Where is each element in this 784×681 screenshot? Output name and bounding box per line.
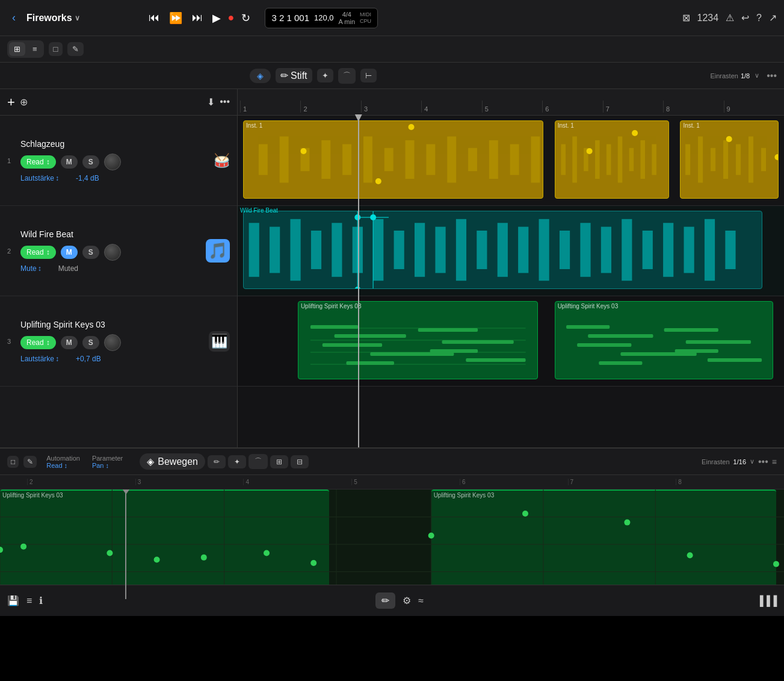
track-read-btn-1[interactable]: Read ↕ (20, 155, 56, 169)
fast-forward-button[interactable]: ⏩ (167, 9, 185, 27)
automation-label: Automation (46, 455, 80, 462)
automation-param-label: Parameter (92, 455, 123, 462)
top-bar: ‹ Fireworks ∨ ⏮ ⏩ ⏭ ▶ ● ↻ 3 2 1 001 120,… (0, 0, 784, 36)
automation-curve-tool-btn[interactable]: ⌒ (248, 454, 268, 469)
stift-tool-btn[interactable]: ✏ Stift (276, 68, 312, 83)
automation-toolbar: □ ✎ Automation Read ↕ Parameter Pan ↕ ◈ … (0, 449, 784, 475)
back-button[interactable]: ‹ (7, 9, 20, 26)
brush-tool-btn[interactable]: ✦ (317, 69, 333, 82)
track-mute-btn-1[interactable]: M (61, 155, 78, 169)
help-icon[interactable]: ? (756, 13, 762, 23)
automation-pencil-tool-btn[interactable]: ✏ (208, 455, 226, 468)
settings-icon[interactable]: ⊠ (682, 12, 690, 23)
time-sig-value: 4/4 (342, 11, 351, 18)
automation-window-btn[interactable]: □ (7, 456, 19, 468)
svg-rect-77 (418, 328, 478, 332)
pencil-btn[interactable]: ✎ (67, 42, 84, 56)
list-view-btn[interactable]: ≡ (28, 42, 42, 56)
automation-brush-tool-btn[interactable]: ✦ (228, 455, 246, 468)
download-track-icon[interactable]: ⬇ (207, 96, 215, 108)
automation-clip-1: Uplifting Spirit Keys 03 (0, 490, 329, 599)
track-number-3: 3 (7, 338, 16, 345)
clip-keys-2[interactable]: Uplifting Spirit Keys 03 (555, 301, 773, 379)
automation-pan-value[interactable]: Pan ↕ (92, 462, 123, 469)
svg-rect-78 (442, 340, 513, 344)
svg-rect-88 (674, 349, 718, 353)
track-list-btn[interactable]: ≡ (26, 595, 32, 606)
clip-label-keys-2: Uplifting Spirit Keys 03 (555, 302, 773, 311)
tracks-panel: + ⊕ ⬇ ••• 1 Schlagzeug Read ↕ M (0, 89, 238, 447)
track-volume-knob-3[interactable] (104, 334, 121, 351)
track-volume-knob-2[interactable] (104, 244, 121, 261)
automation-pencil-btn[interactable]: ✎ (23, 456, 37, 468)
automation-einrasten: Einrasten 1/16 ∨ ••• ≡ (702, 456, 777, 467)
automation-lines-icon[interactable]: ≡ (772, 457, 777, 467)
share-icon[interactable]: ↗ (769, 12, 777, 23)
record-button[interactable]: ● (228, 11, 235, 24)
tracks-header: + ⊕ ⬇ ••• (0, 89, 237, 116)
track-sub-label-1[interactable]: Lautstärke ↕ (20, 174, 59, 182)
more-options-btn[interactable]: ••• (767, 70, 777, 81)
play-button[interactable]: ▶ (210, 9, 223, 27)
track-solo-btn-2[interactable]: S (82, 246, 99, 259)
ruler-mark-6: 6 (542, 101, 602, 113)
automation-move-btn[interactable]: ◈ Bewegen (140, 453, 205, 470)
grid-view-btn[interactable]: ⊞ (9, 42, 25, 56)
automation-more-btn[interactable]: ••• (758, 456, 768, 467)
info-btn[interactable]: ℹ (39, 595, 43, 606)
automation-labels: Automation Read ↕ (46, 455, 80, 469)
clip-schlagzeug-3[interactable]: Inst. 1 (680, 120, 778, 199)
track-sub-label-2[interactable]: Mute ↕ (20, 264, 42, 273)
track-volume-knob-1[interactable] (104, 154, 121, 170)
undo-icon[interactable]: ↩ (741, 12, 749, 23)
svg-rect-80 (466, 358, 525, 362)
duplicate-tracks-icon[interactable]: ⊕ (20, 96, 28, 108)
automation-einrasten-value[interactable]: 1/16 (733, 458, 746, 465)
add-track-button[interactable]: + (7, 96, 15, 109)
svg-rect-73 (335, 334, 406, 338)
einrasten-value[interactable]: 1/8 (741, 72, 750, 79)
track-solo-btn-1[interactable]: S (82, 155, 99, 169)
track-item-3: 3 Uplifting Spirit Keys 03 Read ↕ M S (0, 296, 237, 387)
save-btn[interactable]: 💾 (7, 595, 19, 606)
clip-keys-1[interactable]: Uplifting Spirit Keys 03 (298, 301, 539, 379)
svg-rect-85 (599, 361, 642, 365)
pencil-active-btn[interactable]: ✏ (375, 592, 395, 609)
track-read-btn-2[interactable]: Read ↕ (20, 246, 56, 259)
automation-read-value[interactable]: Read ↕ (46, 462, 80, 469)
track-mute-btn-2[interactable]: M (61, 246, 78, 259)
window-btn[interactable]: □ (49, 42, 63, 56)
automation-clip-label-2: Uplifting Spirit Keys 03 (431, 491, 776, 500)
track-mute-btn-3[interactable]: M (61, 336, 78, 349)
loop-button[interactable]: ↻ (239, 9, 253, 27)
position-value: 3 2 1 001 (271, 13, 309, 23)
svg-rect-89 (707, 358, 761, 362)
automation-einrasten-label: Einrasten (702, 458, 729, 465)
warning-icon[interactable]: ⚠ (726, 12, 734, 23)
ruler-mark-7: 7 (603, 101, 663, 113)
eq-btn[interactable]: ≈ (418, 595, 424, 606)
auto-ruler-mark-3: 3 (135, 479, 244, 485)
skip-back-button[interactable]: ⏭ (190, 9, 205, 26)
track-item-1: 1 Schlagzeug Read ↕ M S Lautst (0, 116, 237, 206)
rewind-button[interactable]: ⏮ (146, 9, 162, 26)
svg-rect-87 (685, 340, 750, 344)
clip-schlagzeug-1[interactable]: Inst. 1 (243, 120, 543, 199)
trim-tool-btn[interactable]: ⊢ (360, 69, 377, 82)
automation-canvas[interactable]: Uplifting Spirit Keys 03 Uplifting Spiri… (0, 490, 784, 599)
more-tracks-icon[interactable]: ••• (220, 96, 230, 108)
curve-tool-btn[interactable]: ⌒ (338, 68, 356, 84)
wild-fire-beat-label: Wild Fire Beat (240, 207, 278, 214)
track-sub-label-3[interactable]: Lautstärke ↕ (20, 355, 59, 363)
automation-param-labels: Parameter Pan ↕ (92, 455, 123, 469)
track-read-btn-3[interactable]: Read ↕ (20, 336, 56, 349)
clip-wildfire-1[interactable] (243, 211, 762, 289)
move-tool-btn[interactable]: ◈ (250, 69, 271, 83)
project-name[interactable]: Fireworks ∨ (26, 13, 80, 23)
clip-schlagzeug-2[interactable]: Inst. 1 (555, 120, 670, 199)
automation-paste-btn[interactable]: ⊟ (291, 455, 309, 468)
automation-copy-btn[interactable]: ⊞ (270, 455, 288, 468)
automation-settings-btn[interactable]: ⚙ (403, 595, 411, 606)
levels-btn[interactable]: ▐▐▐ (756, 595, 777, 606)
track-solo-btn-3[interactable]: S (82, 336, 99, 349)
